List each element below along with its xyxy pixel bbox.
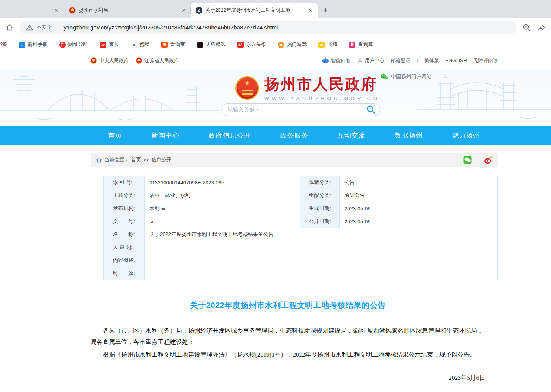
manual-icon: ≡ [19, 42, 25, 48]
juhuasuan-icon: 聚 [349, 42, 355, 48]
tab-close-icon[interactable]: ✕ [180, 7, 187, 14]
link-jiangsu-government[interactable]: ★ 江苏省人民政府 [136, 57, 179, 64]
tab-announcement-active[interactable]: Z 关于2022年度扬州市水利工程文明工地 ✕ [191, 3, 318, 18]
omnibox-divider [58, 24, 58, 31]
new-tab-button[interactable]: + [318, 3, 333, 18]
breadcrumb: 当前位置： 首页 >> 信息公开 [91, 153, 498, 167]
wechat-share-icon[interactable] [463, 156, 472, 164]
weibo-share-icon[interactable] [484, 156, 493, 164]
site-logo[interactable]: 扬州市人民政府 WWW.YANGZHOU.GOV.CN [235, 74, 380, 101]
bookmarks-bar: 机书签 ≡ 新机手册 导 网址导航 JD 京东 ≈ 携程 淘 爱淘宝 T 天猫精… [0, 37, 551, 52]
article-paragraph: 根据《扬州市水利工程文明工地建设管理办法》（扬水规[2019]1号），2022年… [91, 349, 485, 361]
portal-link[interactable]: 中国扬州门户网站 [380, 73, 432, 80]
meta-value-topic: 农业、林业、水利 [145, 189, 300, 202]
tab-close-icon[interactable]: ✕ [307, 7, 314, 14]
link-traditional-chinese[interactable]: 繁体版 [424, 57, 439, 64]
omnibox[interactable]: 不安全 yangzhou.gov.cn/yzszxxgk/slj/202305/… [20, 21, 516, 34]
bookmark-aitaobao[interactable]: 淘 爱淘宝 [161, 41, 185, 48]
link-label: 邮箱登录 [391, 57, 410, 64]
meta-label: 主题分类: [104, 189, 145, 202]
meta-label: 名 称: [104, 228, 145, 241]
bookmark-label: 京东 [109, 41, 119, 48]
table-row: 关 键 词: [104, 241, 498, 254]
bookmark-phone-bookmarks[interactable]: 机书签 [0, 41, 7, 48]
bookmark-jd[interactable]: JD 京东 [100, 41, 119, 48]
nav-info-disclosure[interactable]: 政府信息公开 [209, 131, 251, 140]
meta-value-title: 关于2022年度扬州市水利工程文明工地考核结果的公告 [145, 228, 498, 241]
bookmark-label: 飞猪 [327, 41, 337, 48]
robot-icon [322, 57, 329, 64]
wechat-icon [380, 74, 388, 80]
bookmark-hot-games[interactable]: ◉ 热门游戏 [278, 41, 307, 48]
link-label: 用户中心 [365, 57, 385, 64]
nav-data-yangzhou[interactable]: 数据扬州 [395, 131, 423, 140]
meta-label: 索 引 号: [104, 176, 145, 189]
zoom-out-icon[interactable] [522, 23, 531, 32]
link-label: 繁体版 [424, 57, 439, 64]
tab-yangzhou-water-bureau[interactable]: ★ 扬州市水利局 ✕ [64, 3, 191, 18]
jd-icon: JD [100, 42, 106, 48]
meta-value-category: 通知公告 [340, 189, 498, 202]
nav-interaction[interactable]: 互动交流 [337, 131, 366, 140]
meta-value-validity [145, 267, 498, 280]
gov-emblem-icon: ★ [136, 57, 142, 64]
bookmark-eastday[interactable]: 东方 东方头条 [237, 41, 266, 48]
portal-label: 中国扬州门户网站 [391, 73, 432, 80]
site-name: 扬州市人民政府 [264, 74, 380, 94]
link-smart-qa[interactable]: 智能问答 [322, 57, 351, 64]
bookmark-new-device-manual[interactable]: ≡ 新机手册 [19, 41, 48, 48]
meta-label: 生成日期: [300, 202, 340, 215]
table-row: 时 效: [104, 267, 498, 280]
home-icon [96, 157, 102, 163]
eastday-icon: 东方 [237, 42, 244, 48]
share-icon[interactable] [537, 23, 546, 32]
table-row: 索 引 号: 11321000014407098E-2023-095 体裁分类:… [104, 176, 498, 189]
link-mail-login[interactable]: 邮箱登录 [391, 57, 410, 64]
nav-news-center[interactable]: 新闻中心 [152, 131, 180, 140]
bookmark-juhuasuan[interactable]: 聚 聚划算 [349, 41, 373, 48]
search-box [221, 103, 380, 116]
link-central-government[interactable]: ★ 中央人民政府 [91, 57, 129, 64]
link-label: 智能问答 [331, 57, 351, 64]
bookmark-label: 东方头条 [246, 41, 266, 48]
search-input[interactable] [228, 107, 366, 113]
tab-0-close-icon[interactable]: ✕ [54, 3, 64, 18]
nav-site-icon: 导 [59, 42, 66, 48]
meta-label: 组配分类: [300, 189, 340, 202]
home-icon[interactable] [5, 23, 14, 32]
table-row: 名 称: 关于2022年度扬州市水利工程文明工地考核结果的公告 [104, 228, 498, 241]
main-nav: 首页 新闻中心 政府信息公开 政务服务 互动交流 数据扬州 魅力扬州 [0, 126, 551, 145]
article: 关于2022年度扬州市水利工程文明工地考核结果的公告 各县（市、区）水利（务）局… [91, 298, 498, 392]
games-icon: ◉ [278, 42, 284, 48]
search-icon[interactable] [366, 105, 376, 115]
bookmark-fliggy[interactable]: ω 飞猪 [318, 41, 337, 48]
url-text[interactable]: yangzhou.gov.cn/yzszxxgk/slj/202305/210c… [64, 24, 278, 31]
link-label: 无障碍阅读 [473, 57, 498, 64]
bookmark-label: 机书签 [0, 41, 7, 48]
bookmark-ctrip[interactable]: ≈ 携程 [131, 41, 150, 48]
meta-value-publish-date: 2023-05-06 [340, 215, 498, 228]
document-meta-table: 索 引 号: 11321000014407098E-2023-095 体裁分类:… [103, 176, 498, 280]
nav-gov-services[interactable]: 政务服务 [280, 131, 309, 140]
link-accessibility[interactable]: 无障碍阅读 [473, 57, 498, 64]
bookmark-label: 网址导航 [68, 41, 88, 48]
breadcrumb-home-link[interactable]: 首页 [131, 156, 141, 163]
table-row: 内容概述: [104, 254, 498, 267]
bookmark-label: 聚划算 [358, 41, 373, 48]
ctrip-dolphin-icon: ≈ [131, 42, 137, 48]
link-label: 中央人民政府 [99, 57, 129, 64]
nav-home[interactable]: 首页 [108, 131, 122, 140]
bookmark-tmall[interactable]: T 天猫精选 [197, 41, 226, 48]
bookmark-url-navigation[interactable]: 导 网址导航 [59, 41, 88, 48]
site-url: WWW.YANGZHOU.GOV.CN [264, 96, 380, 101]
page-favicon: Z [196, 7, 202, 14]
meta-label: 发布机构: [104, 202, 145, 215]
link-label: 江苏省人民政府 [144, 57, 179, 64]
not-secure-warning-icon[interactable] [26, 23, 33, 32]
link-user-center[interactable]: 用户中心 [357, 57, 385, 64]
meta-label: 内容概述: [104, 254, 145, 267]
link-english[interactable]: ENGLISH [446, 58, 467, 63]
breadcrumb-section-link[interactable]: 信息公开 [152, 156, 171, 163]
nav-charm-yangzhou[interactable]: 魅力扬州 [452, 131, 480, 140]
meta-value-index-number: 11321000014407098E-2023-095 [145, 176, 300, 189]
